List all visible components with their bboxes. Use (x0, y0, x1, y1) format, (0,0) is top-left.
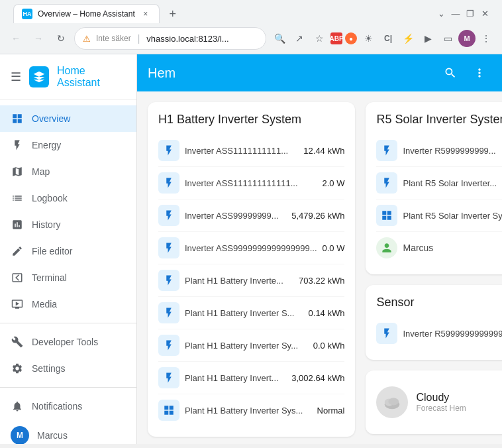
back-button[interactable]: ← (7, 29, 25, 48)
weather-condition: Cloudy (416, 392, 502, 404)
battery-bolt-icon (158, 270, 179, 291)
header-more-btn[interactable] (468, 61, 491, 85)
page-title: Hem (148, 66, 438, 81)
sidebar-item-file-editor[interactable]: File editor (0, 238, 136, 264)
battery-bolt-icon (158, 335, 179, 356)
person-name: Marcus (403, 243, 502, 253)
sidebar-header: ☰ Home Assistant (0, 54, 136, 100)
tab-bar: HA Overview – Home Assistant × + (7, 4, 189, 23)
svg-point-2 (389, 398, 399, 405)
table-row: Plant H1 Battery Inverter Sy... 0.0 kWh (158, 329, 344, 362)
sidebar-item-developer-tools[interactable]: Developer Tools (0, 329, 136, 355)
cast-icon[interactable]: ▶ (419, 29, 437, 48)
url-text: vhassio.local:8123/l... (146, 34, 258, 44)
row-value: 3,002.64 kWh (291, 373, 344, 383)
grid-status-icon (376, 205, 397, 226)
battery-bolt-icon (376, 323, 397, 344)
window-minimize-btn[interactable]: — (450, 9, 461, 19)
h1-card-title: H1 Battery Inverter System (158, 113, 344, 127)
tab-title: Overview – Home Assistant (38, 9, 135, 19)
left-column: H1 Battery Inverter System Inverter ASS1… (148, 102, 355, 444)
window-close-btn[interactable]: ✕ (479, 9, 490, 19)
sidebar-item-energy[interactable]: Energy (0, 132, 136, 158)
sidebar-item-label-energy: Energy (32, 140, 61, 150)
forward-button[interactable]: → (29, 29, 48, 48)
sidebar-item-media[interactable]: Media (0, 291, 136, 317)
row-label: Plant H1 Battery Inverter S... (185, 308, 303, 318)
sidebar-item-map[interactable]: Map (0, 158, 136, 185)
row-value: 12.44 kWh (303, 146, 344, 156)
row-label: Plant H1 Battery Inverter Sy... (185, 341, 308, 351)
split-view-icon[interactable]: ▭ (438, 29, 457, 48)
ext4-icon[interactable]: C| (379, 29, 397, 48)
row-label: Inverter R5999999999... (403, 146, 502, 156)
row-label: Inverter ASS9999999999999999... (185, 243, 317, 253)
sidebar-user[interactable]: M Marcus (0, 420, 136, 444)
ext5-icon[interactable]: ⚡ (399, 29, 417, 48)
sidebar-item-logbook[interactable]: Logbook (0, 185, 136, 211)
energy-icon (11, 139, 24, 152)
row-value: 703.22 kWh (299, 276, 344, 286)
nav-items: Overview Energy Map Logboo (0, 100, 136, 387)
adblock-extension-icon[interactable]: ABP (330, 32, 342, 44)
active-tab[interactable]: HA Overview – Home Assistant × (13, 4, 160, 23)
window-collapse-btn[interactable]: ⌄ (436, 9, 446, 19)
table-row: Plant R5 Solar Inverter... 5,835.27 kWh (376, 167, 502, 199)
table-row: Inverter R5999999999999999999... 0.0 W (376, 317, 502, 349)
right-column: R5 Solar Inverter System Inverter R59999… (366, 102, 502, 444)
hamburger-icon[interactable]: ☰ (11, 70, 21, 84)
logbook-icon (11, 192, 24, 205)
share-icon[interactable]: ↗ (290, 29, 309, 48)
notifications-icon (11, 400, 24, 413)
tab-close-btn[interactable]: × (140, 9, 151, 19)
table-row: Plant H1 Battery Inverter S... 0.14 kWh (158, 297, 344, 329)
battery-bolt-icon (158, 140, 179, 161)
sidebar-item-overview[interactable]: Overview (0, 105, 136, 132)
ext3-icon[interactable]: ☀ (359, 29, 377, 48)
table-row: Inverter ASS9999999999999999... 0.0 W (158, 232, 344, 264)
r5-card-title: R5 Solar Inverter System (376, 113, 502, 127)
browser-toolbar: ← → ↻ ⚠ Inte säker | vhassio.local:8123/… (0, 23, 502, 54)
row-value: 0.0 kWh (313, 341, 345, 351)
battery-bolt-icon (158, 237, 179, 258)
sidebar-item-terminal[interactable]: Terminal (0, 264, 136, 291)
weather-info: Cloudy Forecast Hem (416, 392, 502, 413)
grid-status-icon (158, 400, 179, 421)
battery-bolt-icon (158, 172, 179, 194)
file-editor-icon (11, 245, 24, 258)
settings-icon (11, 362, 24, 375)
sidebar-item-label-history: History (32, 219, 61, 230)
table-row: Plant H1 Battery Inverte... 703.22 kWh (158, 264, 344, 297)
row-value: Normal (317, 406, 345, 416)
sidebar-item-history[interactable]: History (0, 211, 136, 238)
overview-icon (11, 112, 24, 125)
table-row: Inverter ASS99999999... 5,479.26 kWh (158, 199, 344, 232)
sidebar-item-label-settings: Settings (32, 363, 66, 374)
bookmark-icon[interactable]: ☆ (310, 29, 328, 48)
row-value: 5,479.26 kWh (291, 211, 344, 221)
media-icon (11, 298, 24, 311)
security-label: Inte säker (96, 34, 131, 43)
person-row: Marcus Unknown (376, 232, 502, 264)
row-label: Inverter ASS111111111111... (185, 178, 317, 188)
history-icon (11, 218, 24, 231)
battery-bolt-icon (158, 205, 179, 226)
sidebar-item-settings[interactable]: Settings (0, 355, 136, 382)
sidebar-item-label-map: Map (32, 166, 50, 177)
more-menu-icon[interactable]: ⋮ (477, 29, 495, 48)
header-search-btn[interactable] (438, 61, 462, 85)
address-bar[interactable]: ⚠ Inte säker | vhassio.local:8123/l... (74, 27, 266, 50)
app-logo (29, 66, 49, 87)
window-maximize-btn[interactable]: ❐ (465, 9, 476, 19)
reload-button[interactable]: ↻ (52, 29, 70, 48)
profile-avatar[interactable]: M (458, 30, 476, 47)
weather-row: Cloudy Forecast Hem 1 °C 0 mm (376, 381, 502, 423)
app-container: ☰ Home Assistant Overview Energy (0, 54, 502, 444)
sidebar-item-notifications[interactable]: Notifications (0, 393, 136, 420)
table-row: Inverter ASS111111111111... 2.0 W (158, 167, 344, 199)
ext2-icon[interactable]: ● (345, 32, 357, 44)
row-label: Plant H1 Battery Invert... (185, 373, 286, 383)
search-toolbar-icon[interactable]: 🔍 (270, 29, 289, 48)
row-label: Inverter R5999999999999999999... (403, 329, 502, 339)
new-tab-button[interactable]: + (164, 5, 182, 23)
